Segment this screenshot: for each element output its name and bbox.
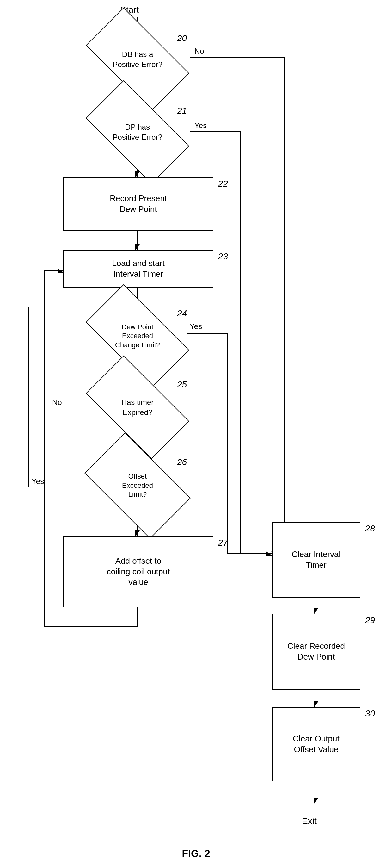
node-26: OffsetExceededLimit? (85, 456, 190, 516)
node-29: Clear RecordedDew Point (272, 614, 360, 690)
node-21-number: 21 (177, 106, 187, 116)
figure-caption: FIG. 2 (142, 848, 250, 860)
node-23-number: 23 (218, 251, 228, 261)
node-26-number: 26 (177, 457, 187, 467)
node-29-number: 29 (365, 615, 375, 625)
node-27-number: 27 (218, 538, 228, 548)
node-22: Record PresentDew Point (63, 177, 214, 231)
node-27: Add offset tocoiling coil outputvalue (63, 536, 214, 607)
node-23: Load and startInterval Timer (63, 250, 214, 288)
node-25: Has timerExpired? (85, 380, 190, 435)
svg-text:Yes: Yes (194, 121, 207, 130)
node-20-number: 20 (177, 33, 187, 43)
node-28-number: 28 (365, 524, 375, 534)
node-20: DB has aPositive Error? (85, 32, 190, 87)
svg-text:Yes: Yes (190, 322, 202, 331)
svg-text:No: No (52, 398, 62, 406)
svg-text:No: No (194, 47, 204, 55)
exit-label: Exit (302, 816, 317, 826)
node-24: Dew PointExceededChange Limit? (85, 308, 190, 364)
node-25-number: 25 (177, 380, 187, 390)
node-22-number: 22 (218, 179, 228, 189)
diagram: No Yes Yes No Yes No No Yes Yes No Start… (0, 0, 392, 868)
node-28: Clear IntervalTimer (272, 522, 360, 598)
node-30: Clear OutputOffset Value (272, 707, 360, 781)
node-21: DP hasPositive Error? (85, 104, 190, 160)
node-24-number: 24 (177, 308, 187, 318)
node-30-number: 30 (365, 709, 375, 719)
svg-text:Yes: Yes (32, 477, 44, 486)
